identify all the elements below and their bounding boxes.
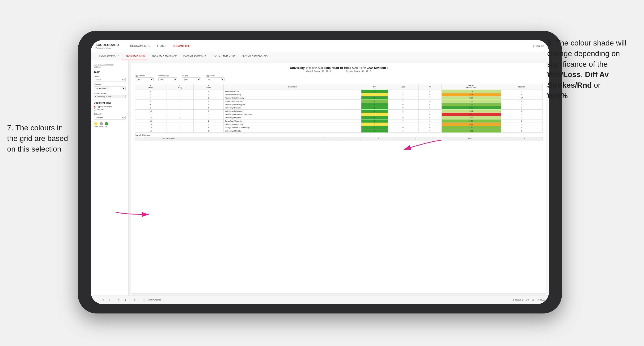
od-rounds: 3 xyxy=(506,137,543,141)
table-row: 11 - 6 University of Arkansas, Fayettevi… xyxy=(135,113,543,116)
cell-opponent: Georgia Institute of Technology xyxy=(224,126,361,129)
cell-conf: 1 xyxy=(193,120,224,123)
table-row: 13 - 1 Texas Tech University 3 0 0 5.56 … xyxy=(135,120,543,123)
th-diff: Diff AvStrokes/Rnd xyxy=(442,84,501,90)
th-conf: #Conf xyxy=(193,84,224,90)
cell-rank: 14 xyxy=(135,123,166,126)
od-empty xyxy=(135,137,162,141)
table-row: 16 - 2 University of Florida 3 1 0 6.62 … xyxy=(135,129,543,133)
cell-diff: 4.50 xyxy=(442,126,501,129)
annotation-left-text: 7. The colours in the grid are based on … xyxy=(7,124,68,153)
legend-dot-level xyxy=(100,122,103,125)
division-select[interactable]: NCAA Division I xyxy=(94,86,126,90)
colour-by-select[interactable]: Win/loss xyxy=(94,116,126,120)
cell-rank: 12 xyxy=(135,116,166,120)
annotation-right: 8. The colour shade will change dependin… xyxy=(547,38,637,101)
cell-rounds: 9 xyxy=(501,126,543,129)
cell-tie: 0 xyxy=(418,129,442,133)
share-button[interactable]: ↗ Share xyxy=(537,299,546,301)
cell-rank: 8 xyxy=(135,103,166,106)
cell-diff: 2.61 xyxy=(442,110,501,113)
nav-tournaments[interactable]: TOURNAMENTS xyxy=(128,44,150,47)
toolbar-divider-1 xyxy=(114,298,114,302)
logo-text: SCOREBOARD xyxy=(96,43,119,47)
cell-diff: 1.83 xyxy=(442,100,501,103)
opponent-view-title: Opponent View xyxy=(94,102,126,104)
conference-select[interactable]: (All) xyxy=(158,77,177,81)
th-rank: #Rank xyxy=(135,84,166,90)
sub-nav-team-summary[interactable]: TEAM SUMMARY xyxy=(96,52,122,60)
cell-tie: 0 xyxy=(418,93,442,96)
cell-rounds: 3 xyxy=(501,103,543,106)
region-select[interactable]: (All) xyxy=(182,77,201,81)
grid-area: University of North Carolina Head-to-Hea… xyxy=(131,63,546,293)
cell-loss: 2 xyxy=(388,100,418,103)
copy-icon[interactable]: ⎘ xyxy=(116,298,121,302)
logo-area: SCOREBOARD Powered by clippd xyxy=(96,43,119,49)
cell-win: 4 xyxy=(361,100,388,103)
reset-icon[interactable]: ↺ xyxy=(108,298,112,302)
svg-point-1 xyxy=(144,300,146,301)
cell-reg: - xyxy=(166,90,193,93)
cell-conf: 2 xyxy=(193,100,224,103)
nav-teams[interactable]: TEAMS xyxy=(157,44,166,47)
table-row: 8 - 2 University of Washington 1 0 0 3.6… xyxy=(135,103,543,106)
radio-group: Opponents Played Top 100 xyxy=(94,106,126,111)
opponent-filter: Opponent (All) xyxy=(206,75,224,81)
sub-nav-player-h2h-grid[interactable]: PLAYER H2H GRID xyxy=(210,52,238,60)
opponents-filter: Opponents: (All) xyxy=(135,75,154,81)
cell-win: 0 xyxy=(361,123,388,126)
cell-rounds: 9 xyxy=(501,90,543,93)
comment-button[interactable]: 💬 xyxy=(526,299,528,301)
sub-nav-team-h2h-heatmap[interactable]: TEAM H2H HEATMAP xyxy=(148,52,180,60)
cell-opponent: University of Washington xyxy=(224,103,361,106)
table-row: 3 - 2 Vanderbilt University 0 4 0 -2.29 … xyxy=(135,93,543,96)
opponents-select[interactable]: (All) xyxy=(135,77,154,81)
region-filter: Region (All) xyxy=(182,75,201,81)
cell-reg: - xyxy=(166,93,193,96)
cell-tie: 0 xyxy=(418,103,442,106)
cell-opponent: University of Oklahoma xyxy=(224,123,361,126)
cell-rank: 13 xyxy=(135,120,166,123)
cell-opponent: University of Alabama xyxy=(224,110,361,113)
cell-reg: - xyxy=(166,103,193,106)
sign-out-label[interactable]: Sign out xyxy=(535,44,544,47)
radio-opponents-played[interactable]: Opponents Played xyxy=(94,106,126,108)
table-row: 14 - 5 University of Oklahoma 0 1 0 -1.0… xyxy=(135,123,543,126)
cell-tie: 0 xyxy=(418,126,442,129)
annotation-comma: , xyxy=(581,70,585,79)
cell-rank: 15 xyxy=(135,126,166,129)
radio-circle-top100 xyxy=(94,108,96,111)
undo-icon[interactable]: ↩ xyxy=(94,298,98,302)
logo-sub: Powered by clippd xyxy=(96,47,119,49)
redo-icon[interactable]: ↪ xyxy=(101,298,105,302)
cell-conf: 5 xyxy=(193,110,224,113)
cell-reg: - xyxy=(166,106,193,110)
cell-opponent: Auburn University xyxy=(224,90,361,93)
annotation-right-winpct: Win% xyxy=(547,91,568,100)
toolbar-divider-3 xyxy=(139,298,139,302)
clock-icon[interactable]: ⏱ xyxy=(132,298,137,302)
sub-nav-player-h2h-heatmap[interactable]: PLAYER H2H HEATMAP xyxy=(238,52,272,60)
cell-rank: 16 xyxy=(135,129,166,133)
sub-nav-player-summary[interactable]: PLAYER SUMMARY xyxy=(180,52,210,60)
cell-rounds: 3 xyxy=(501,113,543,116)
watch-button[interactable]: 👁 Watch ▾ xyxy=(512,299,523,301)
cell-diff: 1.67 xyxy=(442,90,501,93)
sign-out[interactable]: | Sign out xyxy=(533,44,544,47)
radio-top100[interactable]: Top 100 xyxy=(94,108,126,111)
cell-conf: 4 xyxy=(193,126,224,129)
cell-reg: - xyxy=(166,120,193,123)
share-embed-button[interactable]: </> xyxy=(532,299,534,301)
gender-select[interactable]: Men's xyxy=(94,78,126,82)
download-icon[interactable]: ⤓ xyxy=(123,298,128,302)
cell-loss: 0 xyxy=(388,126,418,129)
nav-committee[interactable]: COMMITTEE xyxy=(174,44,190,47)
cell-tie: 0 xyxy=(418,123,442,126)
cell-conf: 1 xyxy=(193,90,224,93)
sub-nav-team-h2h-grid[interactable]: TEAM H2H GRID xyxy=(122,52,148,60)
opponent-select[interactable]: (All) xyxy=(206,77,224,81)
cell-loss: 1 xyxy=(388,113,418,116)
school-value: 1. University of Nort... xyxy=(94,95,126,98)
legend-label-down: Down xyxy=(94,126,98,128)
